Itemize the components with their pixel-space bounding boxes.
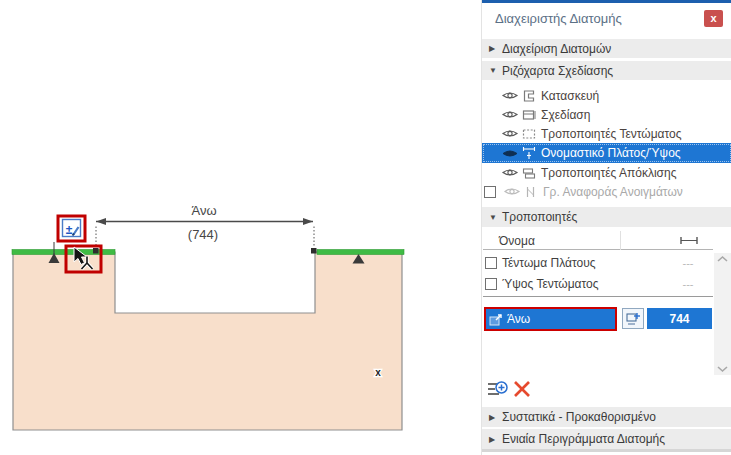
add-modifier-button[interactable]: [487, 379, 509, 399]
modifier-label: Άνω: [507, 312, 530, 326]
modifier-value: ---: [671, 257, 705, 269]
construction-layer-icon: [521, 89, 537, 103]
section-label: Ενιαία Περιγράμματα Διατομής: [502, 432, 665, 446]
section-label: Ριζόχαρτα Σχεδίασης: [502, 64, 613, 78]
stretch-modifiers-layer-icon: [521, 127, 537, 141]
section-label: Τροποποιητές: [502, 210, 577, 224]
dimension-arrow-right: [303, 218, 313, 225]
section-label: Συστατικά - Προκαθορισμένο: [502, 410, 656, 424]
stretch-plus-icon: [626, 312, 641, 326]
layer-label: Ονομαστικό Πλάτος/Ύψος: [541, 146, 681, 160]
dimension-node-left: [93, 248, 99, 254]
modifier-row-stretch-width[interactable]: Τέντωμα Πλάτους ---: [483, 253, 713, 273]
eye-icon[interactable]: [502, 128, 518, 139]
pencil-tip: [73, 234, 75, 236]
delete-x-icon: [513, 380, 531, 398]
section-header-tracing[interactable]: ▼ Ριζόχαρτα Σχεδίασης: [482, 61, 731, 80]
layer-label: Σχεδίαση: [541, 108, 590, 122]
layer-label: Γρ. Αναφοράς Ανοιγμάτων: [543, 185, 683, 199]
profile-shape[interactable]: [13, 252, 402, 430]
section-header-components[interactable]: ▶ Συστατικά - Προκαθορισμένο: [482, 407, 731, 427]
custom-modifier-icon: [489, 313, 503, 326]
eye-icon[interactable]: [502, 167, 518, 178]
eye-icon[interactable]: [502, 148, 518, 159]
panel-title: Διαχειριστής Διατομής: [495, 11, 622, 26]
section-header-manage[interactable]: ▶ Διαχείριση Διατομών: [482, 39, 731, 58]
eye-icon[interactable]: [502, 90, 518, 101]
scroll-down-icon[interactable]: [716, 365, 729, 373]
section-label: Διαχείριση Διατομών: [502, 42, 611, 56]
layer-label: Τροποποιητές Απόκλισης: [541, 166, 676, 180]
layer-row-nominal-size[interactable]: Ονομαστικό Πλάτος/Ύψος: [482, 143, 731, 163]
deviation-modifiers-layer-icon: [521, 166, 537, 180]
dimension-value: (744): [188, 227, 218, 242]
layer-row-opening-reference[interactable]: Γρ. Αναφοράς Ανοιγμάτων: [482, 182, 731, 201]
edge-status-line-right[interactable]: [317, 250, 404, 255]
drafting-layer-icon: [521, 108, 537, 122]
modifier-row-stretch-height[interactable]: Ύψος Τεντώματος ---: [483, 274, 713, 294]
table-divider: [483, 296, 713, 297]
eye-icon[interactable]: [504, 186, 520, 197]
modifier-value: ---: [671, 278, 705, 290]
scroll-up-icon[interactable]: [716, 255, 729, 263]
layer-label: Κατασκευή: [541, 89, 599, 103]
add-modifier-icon: [487, 379, 509, 399]
modifier-label: Τέντωμα Πλάτους: [502, 256, 596, 270]
opening-reference-layer-icon: [523, 185, 539, 199]
panel-accent-line: [482, 0, 731, 3]
chevron-right-icon: ▶: [489, 44, 502, 53]
chevron-down-icon: ▼: [489, 66, 502, 75]
chevron-right-icon: ▶: [489, 413, 502, 422]
layer-label: Τροποποιητές Τεντώματος: [541, 127, 682, 141]
modifier-value-field[interactable]: 744: [647, 308, 712, 329]
eye-icon[interactable]: [502, 109, 518, 120]
delete-modifier-button[interactable]: [513, 380, 531, 398]
plus-minus-glyph: ±: [66, 223, 73, 237]
section-editor-canvas[interactable]: Άνω (744) x ±: [0, 0, 483, 455]
modifier-label: Ύψος Τεντώματος: [502, 277, 599, 291]
chevron-right-icon: ▶: [489, 435, 502, 444]
nominal-size-layer-icon: [521, 146, 537, 160]
section-header-modifiers[interactable]: ▼ Τροποποιητές: [482, 207, 731, 227]
chevron-down-icon: ▼: [489, 213, 502, 222]
edit-modifier-icon[interactable]: ±: [58, 216, 85, 241]
width-dimension-icon: [679, 236, 699, 245]
dimension-label: Άνω: [191, 203, 216, 218]
modifier-table-header: Όνομα: [483, 231, 713, 250]
app-window: Άνω (744) x ±: [0, 0, 731, 455]
close-button[interactable]: x: [704, 10, 723, 27]
modifier-row-ano-selected[interactable]: Άνω: [484, 307, 617, 331]
column-header-name: Όνομα: [499, 234, 535, 248]
panel-bottom-edge: [482, 449, 731, 452]
layer-row-deviation-modifiers[interactable]: Τροποποιητές Απόκλισης: [482, 163, 731, 182]
origin-x-marker: x: [375, 367, 381, 378]
dimension-ano[interactable]: Άνω (744): [93, 203, 317, 254]
section-header-outlines[interactable]: ▶ Ενιαία Περιγράμματα Διατομής: [482, 429, 731, 449]
modifier-checkbox[interactable]: [485, 278, 497, 290]
modifier-list-scrollbar[interactable]: [714, 253, 731, 375]
modifier-checkbox[interactable]: [485, 257, 497, 269]
apply-stretch-button[interactable]: [622, 308, 644, 329]
dimension-node-right: [311, 248, 317, 254]
layer-row-stretch-modifiers[interactable]: Τροποποιητές Τεντώματος: [482, 124, 731, 143]
visibility-checkbox[interactable]: [484, 186, 496, 198]
section-manager-panel: Διαχειριστής Διατομής x ▶ Διαχείριση Δια…: [481, 0, 731, 455]
layer-row-construction[interactable]: Κατασκευή: [482, 86, 731, 105]
dimension-arrow-left: [96, 218, 106, 225]
layer-row-drafting[interactable]: Σχεδίαση: [482, 105, 731, 124]
column-divider: [620, 231, 621, 250]
